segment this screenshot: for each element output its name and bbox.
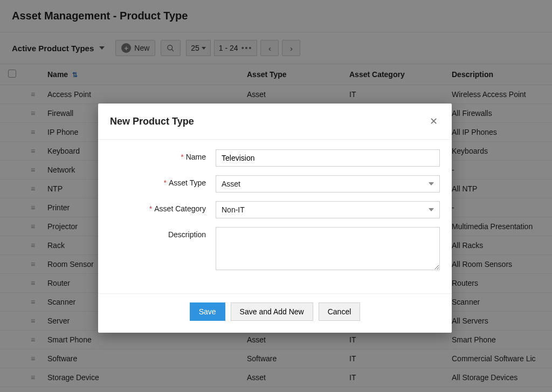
- asset-category-field-label: Asset Category: [154, 204, 206, 213]
- name-field-label: Name: [186, 153, 206, 161]
- dialog-title: New Product Type: [110, 116, 194, 127]
- save-and-add-new-button[interactable]: Save and Add New: [231, 302, 313, 321]
- close-icon: ✕: [430, 116, 438, 127]
- asset-type-field-label: Asset Type: [169, 178, 206, 187]
- asset-type-selected: Asset: [222, 180, 240, 188]
- save-button[interactable]: Save: [190, 302, 225, 321]
- chevron-down-icon: [429, 208, 434, 211]
- asset-category-selected: Non-IT: [222, 205, 245, 214]
- description-field-label: Description: [168, 230, 206, 239]
- new-product-type-dialog: New Product Type ✕ *Name *Asset Type Ass…: [98, 104, 452, 333]
- description-textarea[interactable]: [216, 227, 440, 270]
- name-input[interactable]: [216, 149, 440, 167]
- cancel-button[interactable]: Cancel: [319, 302, 361, 321]
- asset-category-select[interactable]: Non-IT: [216, 201, 440, 218]
- chevron-down-icon: [429, 182, 434, 185]
- asset-type-select[interactable]: Asset: [216, 175, 440, 192]
- close-button[interactable]: ✕: [427, 113, 440, 129]
